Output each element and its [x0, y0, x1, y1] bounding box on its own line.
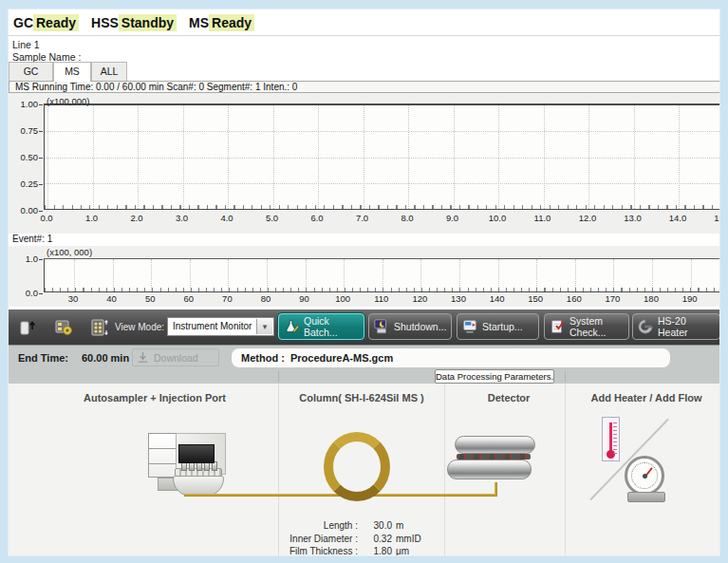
gridline — [344, 259, 345, 291]
section-separator — [565, 371, 566, 382]
x-tick-label: 9.0 — [446, 213, 458, 223]
spec-unit: m — [396, 519, 403, 533]
section-header-detector: Detector — [438, 392, 580, 403]
y-tick-label: 1.00 — [21, 99, 39, 109]
tab-gc[interactable]: GC — [9, 62, 53, 81]
x-axis-minor-ticks — [45, 205, 720, 209]
x-tick-label: 0.0 — [40, 213, 52, 223]
instrument-monitor-window: GCReadyHSSStandbyMSReady Line 1 Sample N… — [8, 9, 720, 556]
gridline — [498, 259, 499, 291]
y-axis-unit-label: (x100,000) — [47, 96, 89, 106]
column-coil-graphic — [324, 432, 390, 501]
gridline — [151, 259, 152, 291]
gridline — [47, 105, 48, 209]
x-axis-labels: 0.01.02.03.04.05.06.07.08.09.010.011.012… — [44, 213, 720, 224]
check-report-icon — [549, 318, 566, 335]
spec-label: Film Thickness : — [263, 545, 358, 556]
thermometer-tube — [609, 422, 612, 452]
gridline — [408, 105, 409, 209]
gcms-realtime-analysis-app: GCReadyHSSStandbyMSReady Line 1 Sample N… — [0, 0, 728, 563]
ms-running-time-status: MS Running Time: 0.00 / 60.00 min Scan#:… — [9, 81, 720, 93]
gridline — [306, 259, 307, 291]
y-tick-label: 0.00 — [21, 205, 39, 216]
hss-status-label: HSS — [91, 15, 119, 30]
heater-unit-icon — [637, 318, 654, 335]
end-time-value: 60.00 min — [82, 352, 129, 364]
autosampler-tray-graphic — [148, 433, 177, 478]
x-tick-label: 60 — [184, 293, 195, 304]
x-axis-minor-ticks — [45, 288, 720, 291]
chevron-down-icon[interactable]: ▾ — [256, 319, 272, 334]
x-tick-label: 7.0 — [356, 213, 368, 223]
gridline — [536, 259, 537, 291]
y-tick-label: 1.0 — [26, 253, 38, 264]
spectrum-plot-area — [44, 258, 720, 292]
x-tick-label: 10.0 — [489, 213, 507, 223]
x-tick-label: 6.0 — [310, 213, 323, 223]
gridline — [420, 259, 421, 291]
spec-value: 30.0 — [358, 519, 396, 533]
section-divider — [565, 384, 566, 556]
spec-unit: mmID — [396, 533, 421, 546]
download-button[interactable]: Download — [132, 348, 219, 366]
tab-all[interactable]: ALL — [91, 62, 127, 81]
instrument-status-bar: GCReadyHSSStandbyMSReady — [9, 9, 719, 36]
spec-value: 1.80 — [358, 545, 396, 556]
y-tick-label: 0.75 — [21, 125, 39, 136]
vial-eject-icon[interactable] — [16, 316, 39, 339]
x-tick-label: 8.0 — [401, 213, 413, 223]
y-axis-unit-label: (x100, 000) — [47, 247, 92, 257]
batch-queue-icon[interactable] — [88, 316, 111, 339]
x-tick-label: 170 — [605, 293, 620, 304]
view-mode-select[interactable]: Instrument Monitor ▾ — [167, 317, 274, 336]
x-tick-label: 3.0 — [176, 213, 188, 223]
shutdown-button[interactable]: Shutdown... — [368, 313, 452, 340]
instrument-config-icon[interactable] — [52, 316, 75, 339]
x-tick-label: 2.0 — [130, 213, 142, 223]
gauge-base-graphic — [627, 492, 665, 502]
system-check-button[interactable]: System Check... — [544, 313, 629, 340]
gridline — [183, 105, 184, 209]
x-axis-labels: 3040506070809010011012013014015016017018… — [44, 293, 720, 305]
x-tick-label: 12.0 — [579, 213, 597, 223]
method-filename: ProcedureA-MS.gcm — [290, 352, 393, 364]
gridline — [74, 259, 75, 291]
tray-shelf-line — [149, 448, 176, 449]
tab-ms[interactable]: MS — [53, 62, 91, 82]
ms-status-label: MS — [189, 15, 209, 30]
gridline — [318, 105, 319, 209]
gc-status-value: Ready — [33, 14, 79, 31]
spec-unit: μm — [396, 545, 409, 556]
monitor-start-icon — [461, 318, 478, 335]
x-tick-label: 110 — [374, 293, 388, 304]
instrument-flow-diagram: Autosampler + Injection Port Column( SH-… — [9, 384, 720, 556]
section-header-autosampler: Autosampler + Injection Port — [41, 392, 269, 403]
startup-button[interactable]: Startup... — [457, 313, 539, 340]
y-tick-label: 0.0 — [26, 288, 38, 298]
x-tick-label: 180 — [644, 293, 659, 304]
gridline — [45, 158, 720, 159]
capillary-tubing-riser — [495, 482, 497, 495]
gauge-hub — [643, 474, 647, 479]
gridline — [138, 105, 139, 209]
gridline — [652, 259, 653, 291]
hs20-heater-label: HS-20 Heater — [658, 315, 716, 338]
x-tick-label: 11.0 — [534, 213, 551, 223]
gridline — [273, 105, 274, 209]
event-number-label: Event#: 1 — [9, 234, 720, 246]
gridline — [93, 105, 94, 209]
parameter-row: Data Processing Parameters... — [9, 369, 720, 384]
spec-label: Inner Diameter : — [263, 533, 358, 546]
quick-batch-button[interactable]: Quick Batch... — [278, 313, 364, 340]
gridline — [544, 105, 545, 209]
section-header-add-heater: Add Heater / Add Flow — [570, 392, 720, 403]
gridline — [613, 259, 614, 291]
x-tick-label: 130 — [451, 293, 466, 304]
gridline — [383, 259, 383, 291]
spec-row-inner-diameter: Inner Diameter : 0.32 mmID — [263, 533, 472, 546]
main-toolbar: View Mode: Instrument Monitor ▾ Quick Ba… — [9, 310, 720, 345]
download-arrow-icon — [137, 351, 149, 364]
hs20-heater-button[interactable]: HS-20 Heater — [632, 313, 720, 340]
data-processing-parameters-button[interactable]: Data Processing Parameters... — [435, 369, 554, 384]
y-tick-label: 0.50 — [21, 152, 39, 162]
